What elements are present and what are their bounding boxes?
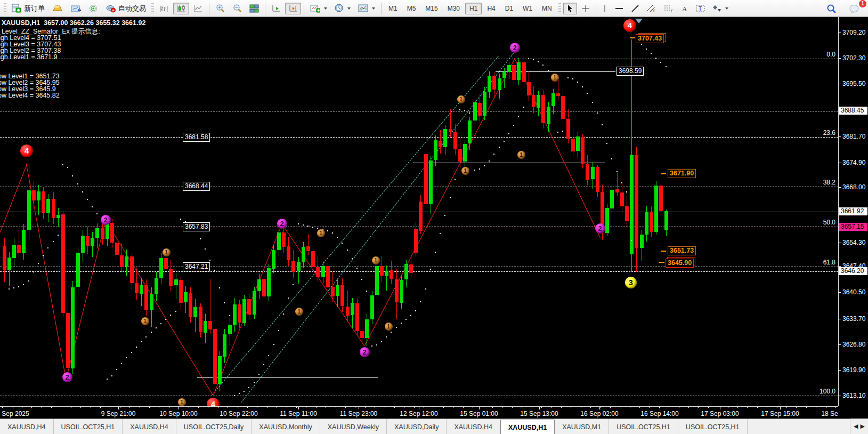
psar-dot	[444, 215, 445, 216]
chart-tab-xauusd-h4[interactable]: XAUUSD,H4	[0, 419, 54, 434]
candle-body	[267, 268, 271, 296]
candle-body	[316, 267, 320, 277]
chart-tab-xauusd-m1[interactable]: XAUUSD,M1	[555, 419, 609, 434]
new-order-button[interactable]: 新订单	[9, 3, 48, 14]
time-axis-label: 9 Sep 2025	[0, 410, 29, 417]
chart-tab-xauusd-h1[interactable]: XAUUSD,H1	[500, 420, 555, 434]
price-axis[interactable]: 3709.203702.303695.503681.703674.903668.…	[838, 17, 868, 406]
candle-body	[351, 303, 354, 315]
timeframe-mn-button[interactable]: MN	[538, 3, 556, 14]
candle-body	[449, 129, 452, 132]
psar-dot	[87, 199, 88, 200]
psar-dot	[562, 131, 563, 132]
timeframe-w1-button[interactable]: W1	[518, 3, 537, 14]
candlestick-chart-button[interactable]	[173, 3, 189, 14]
indicators-button-caret-icon	[324, 7, 327, 10]
tab-scroll-right-icon[interactable]: ▶	[861, 423, 865, 430]
time-axis-minor-tick	[61, 407, 61, 408]
target-button[interactable]	[85, 3, 101, 14]
cursor-button[interactable]	[563, 3, 577, 14]
time-axis-tick	[298, 407, 299, 409]
zoom-out-button[interactable]	[229, 3, 245, 14]
channel-button[interactable]: E	[644, 3, 660, 14]
timeframe-m5-button[interactable]: M5	[403, 3, 420, 14]
chat-button[interactable]: 1	[846, 3, 863, 14]
chart-tab-xauusd-weekly[interactable]: XAUUSD,Weekly	[320, 419, 387, 434]
gold-symbol-button[interactable]	[49, 3, 66, 14]
toolbar-separator	[209, 3, 209, 14]
psar-dot	[23, 284, 24, 285]
tile-windows-button[interactable]	[246, 3, 262, 14]
candle-wick	[450, 109, 451, 137]
time-axis-tick	[359, 407, 359, 409]
timeframe-d1-button[interactable]: D1	[501, 3, 517, 14]
time-axis-minor-tick	[345, 407, 346, 408]
autoscroll-button[interactable]	[268, 3, 284, 14]
time-axis-minor-tick	[786, 407, 787, 408]
text-button[interactable]: A	[678, 3, 692, 14]
zoom-in-button[interactable]	[212, 3, 228, 14]
timeframe-m15-button[interactable]: M15	[421, 3, 442, 14]
candle-body	[204, 321, 207, 333]
chart-shift-button[interactable]	[285, 3, 301, 14]
timeframe-h4-button[interactable]: H4	[483, 3, 499, 14]
time-axis-tick	[539, 407, 540, 409]
price-axis-tick	[839, 266, 841, 267]
chart-plot-area[interactable]: 4221114211211112112343681.583668.443657.…	[0, 17, 838, 406]
crosshair-button[interactable]	[578, 3, 593, 14]
time-axis-minor-tick	[22, 407, 22, 408]
chart-tab-xauusd-monthly[interactable]: XAUUSD,Monthly	[252, 419, 320, 434]
time-axis-label: 16 Sep 14:00	[640, 410, 678, 417]
candle-body	[71, 287, 75, 368]
search-button[interactable]	[823, 3, 840, 14]
time-axis-minor-tick	[2, 407, 3, 408]
timeframe-m1-button[interactable]: M1	[384, 3, 402, 14]
template-button[interactable]	[355, 3, 378, 14]
candle-body	[635, 155, 638, 248]
tab-scroll-arrows[interactable]: ◀ ▶	[850, 419, 868, 434]
price-axis-tick	[839, 396, 841, 396]
label-button[interactable]: T	[693, 3, 708, 14]
indicators-button[interactable]	[307, 3, 330, 14]
price-axis-tick	[839, 243, 841, 243]
chart-tab-xauusd-daily[interactable]: XAUUSD,Daily	[387, 419, 447, 434]
time-axis-minor-tick	[208, 407, 208, 408]
chart-tab-usoil-oct25-h1[interactable]: USOIL.OCT25,H1	[54, 419, 123, 434]
shapes-button[interactable]	[709, 3, 732, 14]
candle-body	[155, 278, 158, 294]
candle-body	[253, 291, 256, 315]
vline-button[interactable]	[599, 3, 611, 14]
bar-chart-button[interactable]	[156, 3, 172, 14]
candle-body	[331, 287, 335, 296]
chart-publish-button[interactable]	[67, 3, 84, 14]
semafor-level-tag: 3651.73	[668, 246, 696, 255]
chart-tab-xauusd-h4[interactable]: XAUUSD,H4	[447, 419, 500, 434]
semafor-2-marker: 2	[277, 219, 287, 229]
time-axis[interactable]: 9 Sep 20259 Sep 21:0010 Sep 10:0010 Sep …	[0, 406, 838, 419]
fibonacci-button[interactable]: F	[661, 3, 677, 14]
candle-wick	[504, 68, 505, 88]
time-axis-minor-tick	[218, 407, 218, 408]
fib-price-label: 3668.44	[183, 182, 210, 191]
price-axis-tick	[839, 344, 841, 345]
timeframe-m30-button[interactable]: M30	[443, 3, 464, 14]
autotrade-button[interactable]: 自动交易	[102, 3, 149, 14]
tab-scroll-left-icon[interactable]: ◀	[854, 423, 858, 430]
periods-button[interactable]	[331, 3, 354, 14]
trendline-button[interactable]	[628, 3, 643, 14]
psar-dot	[513, 125, 514, 126]
time-axis-minor-tick	[757, 407, 758, 408]
timeframe-h1-button[interactable]: H1	[465, 3, 482, 14]
candle-body	[502, 72, 506, 78]
chart-tab-xauusd-h4[interactable]: XAUUSD,H4	[123, 419, 176, 434]
time-axis-minor-tick	[590, 407, 591, 408]
line-chart-button[interactable]	[190, 3, 206, 14]
psar-dot	[386, 336, 387, 337]
time-axis-minor-tick	[267, 407, 267, 408]
candle-body	[414, 229, 418, 253]
chart-tab-usoil-oct25-h1[interactable]: USOIL.OCT25,H1	[678, 419, 748, 434]
chart-tab-usoil-oct25-daily[interactable]: USOIL.OCT25,Daily	[176, 419, 252, 434]
psar-dot	[508, 133, 509, 134]
hline-button[interactable]	[612, 3, 627, 14]
chart-tab-usoil-oct25-h1[interactable]: USOIL.OCT25,H1	[609, 419, 678, 434]
